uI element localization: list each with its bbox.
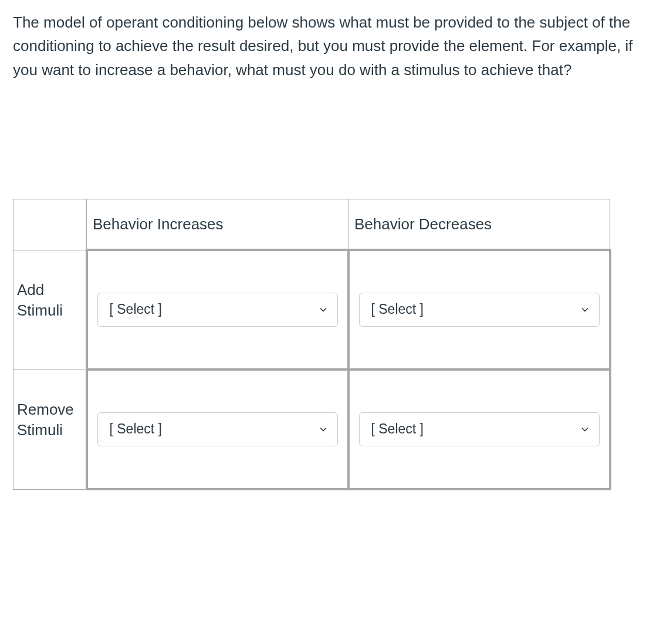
answer-cell-add-decrease: [ Select ] (348, 250, 610, 370)
table-corner-cell (13, 199, 87, 250)
select-placeholder: [ Select ] (371, 419, 424, 440)
select-remove-decrease[interactable]: [ Select ] (359, 412, 600, 446)
answer-cell-remove-increase: [ Select ] (87, 370, 348, 489)
row-header-add-stimuli: Add Stimuli (13, 250, 87, 370)
chevron-down-icon (319, 305, 328, 314)
question-prompt: The model of operant conditioning below … (13, 11, 657, 82)
column-header-increases: Behavior Increases (87, 199, 348, 250)
conditioning-table: Behavior Increases Behavior Decreases Ad… (13, 199, 611, 490)
table-row: Add Stimuli [ Select ] [ Select ] (13, 250, 610, 370)
answer-cell-add-increase: [ Select ] (87, 250, 348, 370)
row-header-remove-stimuli: Remove Stimuli (13, 370, 87, 489)
column-header-decreases: Behavior Decreases (348, 199, 610, 250)
table-row: Remove Stimuli [ Select ] [ Select ] (13, 370, 610, 489)
select-placeholder: [ Select ] (110, 299, 162, 320)
answer-cell-remove-decrease: [ Select ] (348, 370, 610, 489)
select-add-decrease[interactable]: [ Select ] (359, 293, 600, 327)
chevron-down-icon (319, 425, 328, 434)
select-placeholder: [ Select ] (371, 299, 424, 320)
select-placeholder: [ Select ] (110, 419, 162, 440)
table-header-row: Behavior Increases Behavior Decreases (13, 199, 610, 250)
chevron-down-icon (580, 305, 590, 314)
chevron-down-icon (580, 425, 590, 434)
select-remove-increase[interactable]: [ Select ] (97, 412, 338, 446)
select-add-increase[interactable]: [ Select ] (97, 293, 338, 327)
